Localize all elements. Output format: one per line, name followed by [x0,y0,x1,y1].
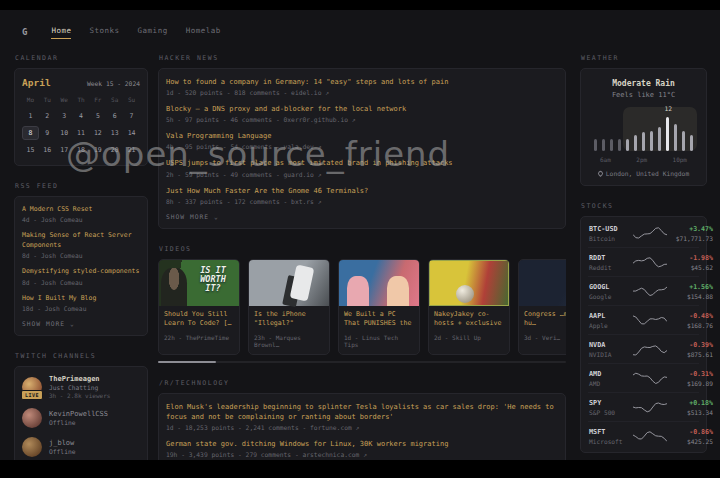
stock-row[interactable]: GOOGLGoogle+1.56%$154.88 [588,276,699,305]
feed-item-title[interactable]: Blocky – a DNS proxy and ad-blocker for … [166,104,558,114]
feed-item-title[interactable]: Just How Much Faster Are the Gnome 46 Te… [166,186,558,196]
videos-scrollbar-thumb[interactable] [158,361,216,363]
reddit-section-label: /R/TECHNOLOGY [159,379,566,387]
stock-row[interactable]: BTC-USDBitcoin+3.47%$71,771.73 [588,219,699,247]
video-card[interactable]: Congress …make a hu…3d - Veri… [518,259,566,355]
stock-symbol: BTC-USD [589,225,633,233]
tab-stonks[interactable]: Stonks [89,26,119,39]
stock-sparkline [633,342,667,356]
weather-bar [690,135,693,151]
reddit-section: /R/TECHNOLOGY Elon Musk's leadership beg… [158,379,566,460]
calendar-weekday: Sa [106,94,123,106]
stock-row[interactable]: RDDTReddit-1.98%$45.62 [588,247,699,276]
video-card[interactable]: We Built a PC That PUNISHES the Gamer …1… [338,259,420,355]
show-more-button[interactable]: SHOW MORE ⌄ [22,320,140,327]
twitch-channel-row[interactable]: j_blowOffline [22,437,140,457]
feed-item-title[interactable]: A Modern CSS Reset [22,205,140,214]
weather-hourly-chart: 126am2pm10pm [590,107,697,163]
app-logo[interactable]: G [22,27,27,37]
video-card[interactable]: IS IT WORTH IT?Should You Still Learn To… [158,259,240,355]
rss-section-label: RSS FEED [15,182,148,190]
weather-bar [602,139,605,151]
calendar-day: 9 [39,126,56,140]
stock-name: Google [589,293,633,300]
tab-gaming[interactable]: Gaming [138,26,168,39]
stock-row[interactable]: AAPLApple-0.48%$168.76 [588,305,699,334]
video-card-body: Should You Still Learn To Code? […22h - … [159,306,239,347]
list-item: A Modern CSS Reset4d - Josh Comeau [22,205,140,223]
stock-values: -0.31%$169.89 [667,370,713,387]
tab-home[interactable]: Home [51,26,71,39]
feed-item-title[interactable]: How to found a company in Germany: 14 "e… [166,77,558,87]
twitch-channel-row[interactable]: KevinPowellCSSOffline [22,408,140,428]
stock-sparkline [633,429,667,443]
show-more-button[interactable]: SHOW MORE ⌄ [166,213,558,220]
stock-row[interactable]: AMDAMD-0.31%$169.89 [588,363,699,392]
feed-item-meta: 4h - 95 points - 54 comments - vala.dev … [166,143,558,150]
video-thumbnail: IS IT WORTH IT? [159,260,239,306]
calendar-day: 18 [73,143,90,157]
calendar-day: 8 [22,126,39,140]
feed-item-title[interactable]: How I Built My Blog [22,294,140,303]
feed-item-title[interactable]: Demystifying styled-components [22,267,140,276]
feed-item-title[interactable]: Making Sense of React Server Components [22,231,140,250]
stock-symbol: NVDA [589,341,633,349]
feed-item-meta: 18d - Josh Comeau [22,305,140,312]
stock-change: -1.98% [667,254,713,262]
rss-section: RSS FEED A Modern CSS Reset4d - Josh Com… [14,182,148,336]
stock-change: -0.48% [667,312,713,320]
feed-item-title[interactable]: USPS jumps to first place as most imitat… [166,158,558,168]
stock-change: +3.47% [667,225,713,233]
feed-item-meta: 19h - 3,439 points - 279 comments - arst… [166,451,558,458]
calendar-day: 10 [56,126,73,140]
calendar-day: 17 [56,143,73,157]
calendar-month: April [22,77,51,88]
weather-times: 6am2pm10pm [590,156,697,163]
weather-bar [618,139,621,151]
stock-row[interactable]: NVDANVIDIA-0.39%$875.61 [588,334,699,363]
feed-item-meta: 4d - Josh Comeau [22,216,140,223]
left-column: CALENDAR April Week 15 - 2024 MoTuWeThFr… [14,54,148,460]
video-card[interactable]: Is the iPhone "Illegal?"23h - Marques Br… [248,259,330,355]
stock-name: NVIDIA [589,351,633,358]
stock-sparkline [633,255,667,269]
stock-row[interactable]: MSFTMicrosoft-0.86%$425.25 [588,421,699,450]
video-title: Is the iPhone "Illegal?" [254,310,324,329]
list-item: How I Built My Blog18d - Josh Comeau [22,294,140,312]
weather-bar [642,132,645,151]
stock-row[interactable]: SPYS&P 500+0.18%$513.34 [588,392,699,421]
calendar-weekday: We [56,94,73,106]
stock-price: $513.34 [667,409,713,416]
video-thumbnail [519,260,566,306]
calendar-day: 6 [106,109,123,123]
tab-homelab[interactable]: Homelab [186,26,221,39]
thumbnail-phone-shape [290,264,315,301]
weather-bar [634,135,637,151]
stock-values: -0.86%$425.25 [667,428,713,445]
video-card[interactable]: NakeyJakey co-hosts + exclusive CDPR…2d … [428,259,510,355]
videos-scrollbar[interactable] [158,361,566,363]
calendar-day: 16 [39,143,56,157]
calendar-weekday: Fr [89,94,106,106]
thumbnail-figure [161,268,187,306]
stock-change: +1.56% [667,283,713,291]
weather-time-label: 10pm [673,156,687,163]
calendar-weekday: Th [73,94,90,106]
calendar-day: 4 [73,109,90,123]
stock-values: -1.98%$45.62 [667,254,713,271]
stock-name: AMD [589,380,633,387]
feed-item-title[interactable]: Elon Musk's leadership beginning to spli… [166,402,558,422]
video-thumbnail [249,260,329,306]
stock-name: Bitcoin [589,235,633,242]
weather-bar [650,131,653,151]
twitch-channel-row[interactable]: LIVEThePrimeagenJust Chatting3h - 2.8k v… [22,375,140,399]
stock-price: $169.89 [667,380,713,387]
stock-name: Microsoft [589,438,633,445]
feed-item-title[interactable]: Vala Programming Language [166,131,558,141]
calendar-day: 15 [22,143,39,157]
feed-item-meta: 8d - Josh Comeau [22,252,140,259]
stock-symbol: RDDT [589,254,633,262]
stock-sparkline [633,400,667,414]
feed-item-title[interactable]: German state gov. ditching Windows for L… [166,439,558,449]
nav-tabs: HomeStonksGamingHomelab [51,26,220,39]
